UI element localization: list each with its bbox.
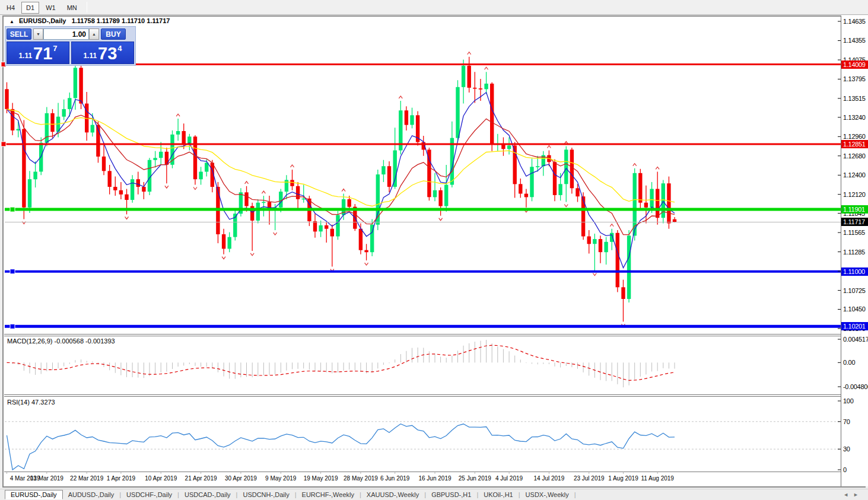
one-click-trading-panel: SELL ▼ ▲ BUY 1.11 71 7 1.11 73 4 bbox=[5, 26, 136, 66]
volume-decrease-button[interactable]: ▼ bbox=[33, 28, 43, 40]
price-tick: 1.12680 bbox=[843, 152, 866, 160]
price-tick: 1.10450 bbox=[843, 305, 866, 313]
chart-symbol-label: EURUSD-,Daily bbox=[19, 17, 66, 24]
timeframe-button-h4[interactable]: H4 bbox=[2, 2, 20, 14]
macd-rsi-divider[interactable] bbox=[4, 394, 841, 397]
rsi-axis-70: 70 bbox=[843, 418, 850, 426]
timeframe-button-w1[interactable]: W1 bbox=[41, 2, 61, 14]
price-tick: 1.12400 bbox=[843, 171, 866, 179]
tab-xauusd-weekly[interactable]: XAUUSD-,Weekly bbox=[361, 491, 424, 499]
price-axis[interactable]: 1.146351.143551.140751.137951.135151.132… bbox=[841, 15, 868, 486]
tab-eurusd-daily[interactable]: EURUSD-,Daily bbox=[5, 490, 63, 499]
rsi-axis-100: 100 bbox=[843, 397, 853, 405]
price-badge-1.10201: 1.10201 bbox=[841, 322, 868, 330]
price-tick: 1.13240 bbox=[843, 113, 866, 122]
rsi-axis-0: 0 bbox=[843, 466, 847, 474]
price-tick: 1.13795 bbox=[843, 75, 866, 83]
sell-price-prefix: 1.11 bbox=[18, 52, 32, 60]
macd-values: -0.000568 -0.001393 bbox=[54, 337, 115, 345]
chart-tab-bar: EURUSD-,DailyAUDUSD-,Daily|USDCHF-,Daily… bbox=[0, 489, 868, 500]
tab-usdchf-daily[interactable]: USDCHF-,Daily bbox=[121, 491, 177, 499]
buy-button[interactable]: BUY bbox=[101, 28, 126, 40]
tab-scroll-arrows: ◄► bbox=[843, 492, 863, 498]
price-tick: 1.14355 bbox=[843, 36, 866, 44]
tab-eurchf-weekly[interactable]: EURCHF-,Weekly bbox=[297, 491, 360, 499]
tab-ukoil-h1[interactable]: UKOil-,H1 bbox=[478, 491, 519, 499]
tab-scroll-right-icon[interactable]: ► bbox=[853, 492, 863, 498]
timeframe-button-mn[interactable]: MN bbox=[62, 2, 82, 14]
buy-price-panel[interactable]: 1.11 73 4 bbox=[71, 42, 134, 64]
sell-price-big: 71 bbox=[33, 44, 52, 62]
sell-price-pip: 7 bbox=[53, 44, 57, 53]
rsi-dateaxis-divider bbox=[4, 472, 841, 473]
tab-separator: | bbox=[574, 491, 576, 498]
chart-window bbox=[2, 15, 866, 488]
volume-increase-button[interactable]: ▲ bbox=[89, 28, 99, 40]
chart-ohlc-label: 1.11758 1.11789 1.11710 1.11717 bbox=[72, 17, 170, 24]
tab-usdcnh-daily[interactable]: USDCNH-,Daily bbox=[237, 491, 294, 499]
tab-usdx-weekly[interactable]: USDX-,Weekly bbox=[520, 491, 574, 499]
sell-price-panel[interactable]: 1.11 71 7 bbox=[7, 42, 69, 64]
collapse-panel-icon[interactable]: ▲ bbox=[9, 19, 14, 24]
macd-indicator-label: MACD(12,26,9) -0.000568 -0.001393 bbox=[7, 337, 115, 345]
price-tick: 1.14635 bbox=[843, 17, 866, 26]
tab-usdcad-daily[interactable]: USDCAD-,Daily bbox=[179, 491, 236, 499]
chart-macd-divider[interactable] bbox=[4, 334, 841, 336]
toolbar-separator bbox=[87, 2, 87, 12]
trade-panel-controls: SELL ▼ ▲ BUY bbox=[7, 28, 134, 40]
chart-tabs: EURUSD-,DailyAUDUSD-,Daily|USDCHF-,Daily… bbox=[0, 490, 576, 499]
buy-price-prefix: 1.11 bbox=[83, 52, 97, 60]
price-badge-1.12851: 1.12851 bbox=[841, 140, 868, 148]
price-badge-1.11000: 1.11000 bbox=[841, 267, 868, 276]
tab-gbpusd-h1[interactable]: GBPUSD-,H1 bbox=[426, 491, 476, 499]
date-axis[interactable]: 4 Mar 201913 Mar 201922 Mar 20191 Apr 20… bbox=[4, 473, 841, 486]
price-badge-1.11901: 1.11901 bbox=[841, 205, 868, 214]
chart-title: ▲ EURUSD-,Daily 1.11758 1.11789 1.11710 … bbox=[9, 17, 170, 24]
rsi-value: 47.3273 bbox=[31, 399, 55, 406]
price-badge-1.14009: 1.14009 bbox=[841, 60, 868, 69]
tab-audusd-daily[interactable]: AUDUSD-,Daily bbox=[63, 491, 120, 499]
price-badge-1.11717: 1.11717 bbox=[841, 218, 868, 226]
date-tick-label: 11 Aug 2019 bbox=[634, 475, 681, 482]
trade-panel-prices: 1.11 71 7 1.11 73 4 bbox=[7, 42, 134, 64]
price-tick: 1.12120 bbox=[843, 190, 866, 199]
volume-input[interactable] bbox=[43, 28, 89, 40]
price-tick: 1.11565 bbox=[843, 228, 865, 237]
price-tick: 1.11285 bbox=[843, 248, 865, 256]
macd-axis-max: 0.004517 bbox=[843, 335, 868, 343]
sell-button[interactable]: SELL bbox=[7, 28, 31, 40]
timeframe-buttons: H4D1W1MN bbox=[0, 2, 82, 12]
timeframe-toolbar: H4D1W1MN bbox=[0, 0, 868, 15]
macd-axis-min: -0.004806 bbox=[843, 383, 868, 391]
rsi-indicator-label: RSI(14) 47.3273 bbox=[7, 399, 55, 406]
rsi-axis-30: 30 bbox=[843, 445, 850, 453]
tab-scroll-left-icon[interactable]: ◄ bbox=[843, 492, 853, 498]
buy-price-pip: 4 bbox=[117, 44, 122, 53]
price-tick: 1.13515 bbox=[843, 94, 866, 103]
price-tick: 1.10725 bbox=[843, 286, 866, 295]
timeframe-button-d1[interactable]: D1 bbox=[21, 2, 39, 14]
macd-axis-zero: 0.00 bbox=[843, 358, 855, 367]
buy-price-big: 73 bbox=[98, 44, 117, 62]
